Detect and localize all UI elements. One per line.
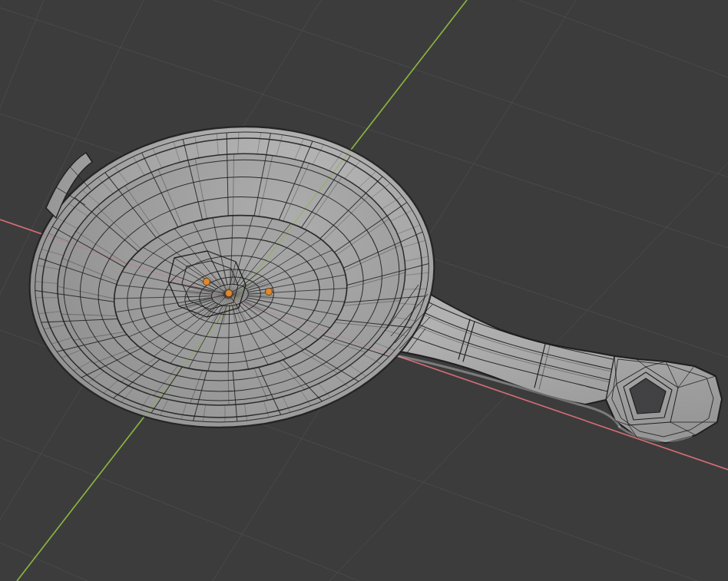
origin-dot[interactable] <box>226 290 233 297</box>
viewport-3d[interactable] <box>0 0 728 581</box>
viewport-canvas[interactable] <box>0 0 728 581</box>
origin-dot[interactable] <box>266 289 273 295</box>
origin-dot[interactable] <box>204 279 210 286</box>
